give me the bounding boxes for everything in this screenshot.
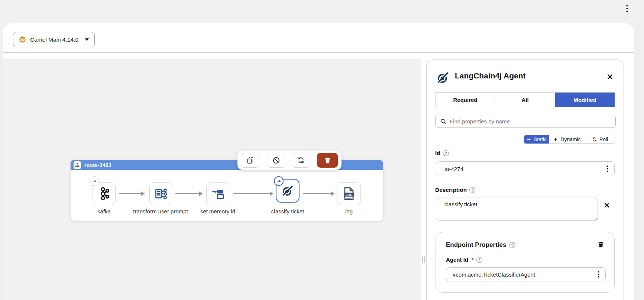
trash-icon [598,241,604,248]
window-overflow-menu-button[interactable] [624,3,630,14]
node-transform-user-prompt[interactable] [149,182,172,205]
caret-down-icon [85,38,89,41]
panel-resize-splitter[interactable] [421,53,426,300]
kebab-vertical-icon [606,165,608,172]
question-circle-icon[interactable]: ? [443,150,449,156]
copy-icon [246,157,254,164]
id-field [436,161,615,176]
langchain4j-agent-icon [281,184,294,197]
edge-arrow [233,193,270,194]
agent-id-label: Agent Id [446,257,468,263]
mode-static-button[interactable]: Static [524,135,549,143]
tab-required[interactable]: Required [436,93,495,107]
node-label: kafka [97,208,111,214]
node-label: set memory id [200,208,235,214]
disable-node-button[interactable] [267,153,285,168]
edge-arrow [303,193,331,194]
question-circle-icon[interactable]: ? [469,187,475,193]
delete-node-button[interactable] [317,153,338,168]
trash-icon [324,157,331,164]
agent-id-menu-button[interactable] [593,270,603,279]
required-marker: * [472,257,474,263]
camel-logo-icon [19,36,26,43]
sync-icon [592,137,597,142]
bolt-icon [553,137,558,142]
description-clear-button[interactable] [602,201,611,210]
agent-id-label-row: Agent Id * ? [446,257,482,263]
close-icon [604,203,609,208]
close-panel-button[interactable] [606,72,614,81]
endpoint-properties-title: Endpoint Properties [446,241,506,249]
question-circle-icon[interactable]: ? [509,242,515,248]
workspace: route-3463 kafka transform user prompt [3,53,634,300]
panel-title: LangChain4j Agent [455,71,526,80]
endpoint-mode-toggle: Static Dynamic Poll [524,135,615,144]
mode-dynamic-label: Dynamic [560,136,580,142]
description-field-label: Description [435,187,467,193]
tab-modified[interactable]: Modified [555,93,615,107]
splitter-grip [424,256,425,263]
duplicate-node-button[interactable] [241,153,259,168]
route-step-icon [89,176,99,186]
replace-node-button[interactable] [292,153,310,168]
id-field-menu-button[interactable] [602,164,612,174]
node-label: transform user prompt [133,208,188,214]
kafka-icon [97,187,111,201]
agent-id-input[interactable] [446,268,605,281]
flow-canvas[interactable]: route-3463 kafka transform user prompt [3,59,421,300]
description-field-input[interactable]: classify ticket [436,197,598,221]
node-label: log [345,208,353,214]
endpoint-properties-title-row: Endpoint Properties ? [446,241,515,249]
arrow-right-icon [274,176,284,186]
close-icon [607,74,613,80]
agent-id-field [446,267,606,281]
property-search-input[interactable] [450,118,615,125]
edge-arrow [175,193,199,194]
search-icon [440,118,446,125]
property-filter-tabs: Required All Modified [435,92,615,107]
mode-dynamic-button[interactable]: Dynamic [549,135,585,143]
tab-all[interactable]: All [495,93,555,107]
set-header-icon [211,187,224,200]
splitter-grip [422,256,423,263]
kebab-vertical-icon [598,271,599,278]
mode-static-label: Static [534,136,547,142]
question-circle-icon[interactable]: ? [476,257,482,263]
designer-topbar: Camel Main 4.14.0 [3,23,634,53]
route-sitemap-icon [74,161,81,169]
id-field-input[interactable] [436,162,614,176]
node-kafka[interactable] [93,182,116,205]
sync-icon [297,157,305,164]
endpoint-properties-delete-button[interactable] [596,240,605,249]
edge-arrow [119,193,141,194]
log-file-icon [342,187,356,201]
property-search [435,115,616,128]
ban-icon [272,157,280,164]
id-field-label: Id [435,150,440,157]
designer-container: Camel Main 4.14.0 route-3463 [3,23,634,300]
route-title: route-3463 [84,162,111,168]
id-field-label-row: Id ? [435,150,449,157]
arrow-right-icon [526,137,531,142]
mode-poll-label: Poll [599,136,608,142]
langchain4j-agent-icon [436,71,450,85]
runtime-selector-button[interactable]: Camel Main 4.14.0 [13,32,95,47]
node-log[interactable] [337,182,361,205]
mode-poll-button[interactable]: Poll [585,135,615,143]
node-toolbar [237,151,342,170]
runtime-selector-label: Camel Main 4.14.0 [30,36,78,43]
node-label: classify ticket [271,208,304,214]
kaoto-designer-screen: Camel Main 4.14.0 route-3463 [0,0,644,300]
endpoint-properties-card: Endpoint Properties ? Agent Id * ? [436,232,615,293]
transform-icon [154,187,168,200]
node-set-memory-id[interactable] [206,182,229,205]
description-field-label-row: Description ? [435,187,475,193]
properties-panel: LangChain4j Agent Required All Modified [426,59,624,300]
kebab-vertical-icon [626,5,628,12]
